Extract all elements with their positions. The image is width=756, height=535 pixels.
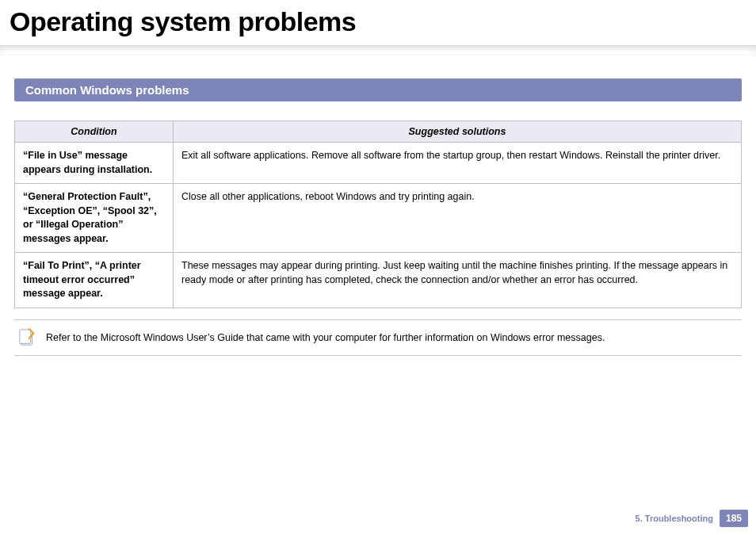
note-text: Refer to the Microsoft Windows User’s Gu… [46, 332, 605, 343]
title-underline [0, 45, 756, 56]
cell-solution: Exit all software applications. Remove a… [174, 143, 742, 184]
note-icon [19, 328, 36, 347]
cell-condition: “General Protection Fault”, “Exception O… [15, 184, 174, 253]
section-heading: Common Windows problems [14, 78, 742, 101]
troubleshoot-table: Condition Suggested solutions “File in U… [14, 120, 742, 308]
table-row: “General Protection Fault”, “Exception O… [15, 184, 742, 253]
cell-solution: Close all other applications, reboot Win… [174, 184, 742, 253]
th-condition: Condition [15, 121, 174, 143]
th-solutions: Suggested solutions [174, 121, 742, 143]
table-row: “File in Use” message appears during ins… [15, 143, 742, 184]
page-footer: 5. Troubleshooting 185 [636, 510, 748, 527]
note-block: Refer to the Microsoft Windows User’s Gu… [14, 319, 742, 356]
footer-page-number: 185 [720, 510, 748, 527]
cell-solution: These messages may appear during printin… [174, 253, 742, 308]
cell-condition: “Fail To Print”, “A printer timeout erro… [15, 253, 174, 308]
table-row: “Fail To Print”, “A printer timeout erro… [15, 253, 742, 308]
svg-rect-1 [20, 329, 31, 342]
page-title: Operating system problems [0, 0, 756, 45]
cell-condition: “File in Use” message appears during ins… [15, 143, 174, 184]
footer-chapter: 5. Troubleshooting [636, 514, 713, 523]
